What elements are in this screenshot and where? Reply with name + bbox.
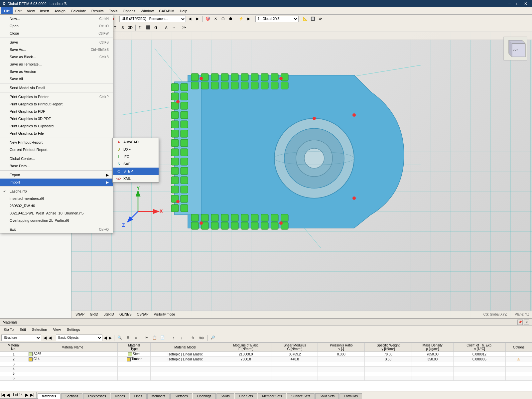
sm-ifc[interactable]: I IFC — [113, 153, 159, 160]
bp-menu-selection[interactable]: Selection — [29, 326, 50, 333]
fm-save[interactable]: Save Ctrl+S — [0, 39, 113, 46]
sm-saf[interactable]: S SAF — [113, 160, 159, 168]
tab-thicknesses[interactable]: Thicknesses — [83, 393, 110, 399]
tb-r2[interactable]: ✕ — [212, 16, 219, 22]
sm-step[interactable]: ⬡ STEP — [113, 168, 159, 175]
cs-dropdown[interactable]: 1 - Global XYZ — [255, 16, 299, 22]
fm-save-template[interactable]: Save as Template... — [0, 61, 113, 68]
fm-import[interactable]: Import ▶ — [0, 179, 113, 186]
bp-btn-fxsq[interactable]: f(x) — [198, 334, 205, 341]
tab-members[interactable]: Members — [147, 393, 170, 399]
nav-prev2[interactable]: ◀ — [103, 335, 107, 340]
panel-close[interactable]: ✕ — [524, 320, 529, 325]
nav-prev[interactable]: ◀ — [48, 335, 52, 340]
tab-line-sets[interactable]: Line Sets — [235, 393, 257, 399]
menu-cad-bim[interactable]: CAD-BIM — [156, 7, 177, 14]
tab-nodes[interactable]: Nodes — [111, 393, 129, 399]
bp-btn-7[interactable]: ↑ — [170, 334, 177, 341]
nav-next2[interactable]: ▶ — [108, 335, 112, 340]
bp-menu-edit[interactable]: Edit — [17, 326, 29, 333]
snap-snap[interactable]: SNAP — [74, 312, 86, 317]
fm-recent-4[interactable]: 38219-611-WL_West_Achse_10_Brunnen.rf5 — [0, 209, 113, 217]
tb-r4[interactable]: ⬢ — [227, 16, 234, 22]
tab-sections[interactable]: Sections — [61, 393, 82, 399]
fm-print-3dpdf[interactable]: Print Graphics to 3D PDF — [0, 115, 113, 122]
fm-export[interactable]: Export ▶ — [0, 171, 113, 179]
menu-edit[interactable]: Edit — [13, 7, 24, 14]
close-button[interactable]: ✕ — [522, 1, 529, 7]
fm-print-file[interactable]: Print Graphics to File — [0, 130, 113, 137]
snap-osnap[interactable]: OSNAP — [136, 312, 150, 317]
tb-view1[interactable]: 📐 — [302, 16, 309, 22]
bp-btn-8[interactable]: ↓ — [178, 334, 185, 341]
tb-side[interactable]: S — [119, 24, 126, 31]
fm-send-email[interactable]: Send Model via Email — [0, 84, 113, 91]
load-combo-dropdown[interactable]: ULS (STR/GEO) - Permanent... — [119, 16, 186, 22]
fm-current-printout[interactable]: Current Printout Report — [0, 146, 113, 153]
bp-btn-4[interactable]: ✂ — [143, 334, 150, 341]
tab-surface-sets[interactable]: Surface Sets — [287, 393, 315, 399]
menu-assign[interactable]: Assign — [52, 7, 68, 14]
fm-new-printout[interactable]: New Printout Report — [0, 139, 113, 146]
nav-next-btn[interactable]: ▶ — [25, 392, 29, 397]
snap-glines[interactable]: GLINES — [118, 312, 133, 317]
table-row[interactable]: 2 C14 TimberIsotropic | Linear Elastic70… — [0, 357, 532, 362]
tb-dim[interactable]: ↔ — [170, 24, 178, 31]
menu-tools[interactable]: Tools — [106, 7, 120, 14]
bp-btn-2[interactable]: ⊞ — [124, 334, 131, 341]
tb-next-load[interactable]: ▶ — [194, 16, 201, 22]
nav-prev-btn[interactable]: ◀ — [6, 392, 10, 397]
sm-dxf[interactable]: D DXF — [113, 146, 159, 153]
fm-recent-3[interactable]: 230802_RW.rf6 — [0, 202, 113, 209]
tb-calc[interactable]: ⚡ — [237, 16, 245, 22]
bp-menu-view[interactable]: View — [50, 326, 64, 333]
fm-print-pdf[interactable]: Print Graphics to PDF — [0, 108, 113, 115]
snap-bgrid[interactable]: BGRID — [102, 312, 115, 317]
tab-formulas[interactable]: Formulas — [339, 393, 362, 399]
table-row[interactable]: 6 — [0, 376, 532, 380]
tb-view2[interactable]: 🔲 — [309, 16, 317, 22]
fm-print-printer[interactable]: Print Graphics to Printer Ctrl+P — [0, 93, 113, 100]
fm-new[interactable]: New... Ctrl+N — [0, 15, 113, 22]
tab-solids[interactable]: Solids — [216, 393, 234, 399]
table-row[interactable]: 5 — [0, 371, 532, 376]
tab-openings[interactable]: Openings — [193, 393, 216, 399]
tb-r1[interactable]: 🎯 — [204, 16, 211, 22]
fm-save-block[interactable]: Save as Block... Ctrl+B — [0, 53, 113, 61]
tb-more2[interactable]: ≫ — [181, 24, 188, 31]
nav-first[interactable]: |◀ — [42, 335, 47, 340]
snap-visibility[interactable]: Visibility mode — [153, 312, 177, 317]
tab-solid-sets[interactable]: Solid Sets — [315, 393, 339, 399]
nav-first-btn[interactable]: |◀ — [0, 392, 6, 397]
tb-more[interactable]: ≫ — [317, 16, 324, 22]
fm-print-clipboard[interactable]: Print Graphics to Clipboard — [0, 122, 113, 130]
fm-recent-2[interactable]: inserted members.rf6 — [0, 195, 113, 202]
fm-save-all[interactable]: Save All — [0, 75, 113, 82]
bp-btn-fx[interactable]: fx — [189, 334, 197, 341]
fm-close[interactable]: Close Ctrl+W — [0, 30, 113, 37]
menu-file[interactable]: File — [1, 7, 13, 14]
snap-grid[interactable]: GRID — [88, 312, 99, 317]
fm-save-version[interactable]: Save as Version — [0, 68, 113, 75]
sm-xml[interactable]: </> XML — [113, 175, 159, 182]
bp-btn-filter[interactable]: 🔎 — [209, 334, 216, 341]
fm-exit[interactable]: Exit Ctrl+Q — [0, 226, 113, 233]
tb-wire[interactable]: ⬚ — [137, 24, 144, 31]
bp-menu-goto[interactable]: Go To — [1, 326, 16, 333]
tab-surfaces[interactable]: Surfaces — [170, 393, 192, 399]
menu-results[interactable]: Results — [89, 7, 106, 14]
structure-dropdown[interactable]: Structure — [1, 334, 41, 341]
menu-options[interactable]: Options — [120, 7, 138, 14]
fm-recent-1[interactable]: ✓ Lasche.rf6 — [0, 188, 113, 195]
tb-r3[interactable]: ⬡ — [219, 16, 227, 22]
tb-3d[interactable]: 3D — [127, 24, 134, 31]
fm-print-report[interactable]: Print Graphics to Printout Report — [0, 100, 113, 108]
table-row[interactable]: 4 — [0, 366, 532, 371]
fm-save-as[interactable]: Save As... Ctrl+Shift+S — [0, 46, 113, 53]
bp-btn-6[interactable]: 📄 — [159, 334, 166, 341]
bp-btn-1[interactable]: 🔍 — [116, 334, 123, 341]
minimize-button[interactable]: ─ — [506, 1, 513, 7]
basic-objects-dropdown[interactable]: Basic Objects — [56, 334, 102, 341]
menu-calculate[interactable]: Calculate — [68, 7, 89, 14]
menu-insert[interactable]: Insert — [37, 7, 52, 14]
